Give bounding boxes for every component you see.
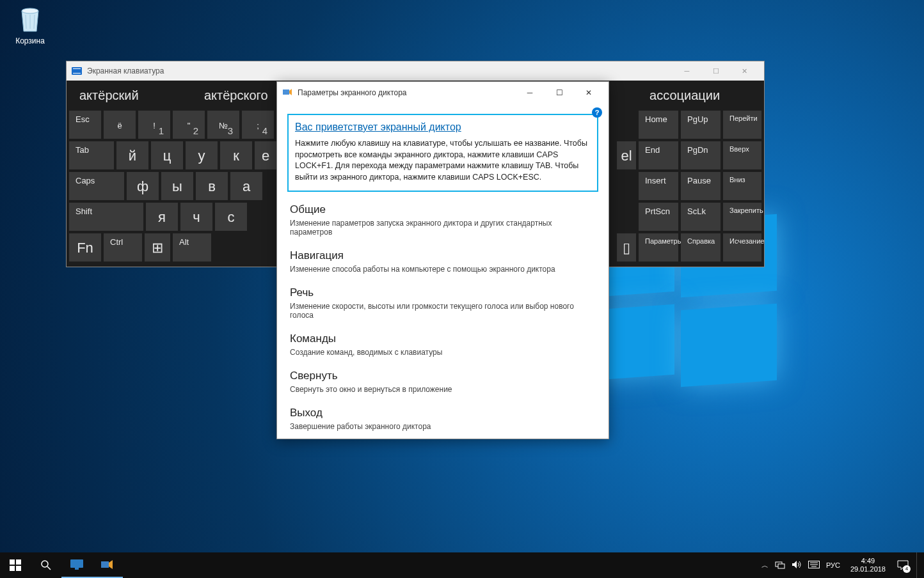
svg-rect-9: [75, 568, 79, 570]
narrator-option-5[interactable]: ВыходЗавершение работы экранного диктора: [290, 407, 596, 431]
key-pgup[interactable]: PgUp: [681, 111, 721, 139]
narrator-welcome-box: Вас приветствует экранный диктор Нажмите…: [287, 114, 598, 192]
key-закрепить[interactable]: Закрепить: [723, 203, 761, 231]
taskbar-clock[interactable]: 4:49 29.01.2018: [847, 557, 889, 574]
svg-rect-2: [10, 559, 15, 565]
key-вниз[interactable]: Вниз: [723, 172, 761, 200]
key-а[interactable]: а: [230, 172, 262, 200]
key-вверх[interactable]: Вверх: [723, 141, 761, 169]
clock-time: 4:49: [850, 557, 886, 565]
key-с[interactable]: с: [215, 203, 247, 231]
key-й[interactable]: й: [116, 141, 148, 169]
recycle-bin[interactable]: Корзина: [8, 3, 52, 45]
narrator-option-3[interactable]: КомандыСоздание команд, вводимых с клави…: [290, 332, 596, 357]
suggestion-item[interactable]: актёрский: [69, 83, 191, 108]
key-в[interactable]: в: [196, 172, 228, 200]
key-![interactable]: !1: [138, 111, 170, 139]
close-button[interactable]: ✕: [574, 82, 603, 104]
narrator-titlebar[interactable]: Параметры экранного диктора ─ ☐ ✕: [277, 82, 609, 104]
narrator-intro-text: Нажмите любую клавишу на клавиатуре, что…: [295, 138, 591, 183]
key-end[interactable]: End: [639, 141, 678, 169]
osk-title: Экранная клавиатура: [87, 66, 164, 75]
minimize-button[interactable]: ─: [515, 82, 545, 104]
taskbar-app-osk[interactable]: [61, 552, 92, 578]
narrator-option-title: Речь: [290, 286, 596, 299]
maximize-button[interactable]: ☐: [545, 82, 574, 104]
key-pgdn[interactable]: PgDn: [681, 141, 721, 169]
narrator-option-0[interactable]: ОбщиеИзменение параметров запуска экранн…: [290, 203, 596, 237]
narrator-option-desc: Изменение скорости, высоты или громкости…: [290, 302, 596, 320]
key-ч[interactable]: ч: [180, 203, 212, 231]
svg-rect-4: [10, 566, 15, 571]
narrator-title: Параметры экранного диктора: [298, 88, 407, 97]
narrator-welcome-heading: Вас приветствует экранный диктор: [295, 121, 591, 133]
clock-date: 29.01.2018: [850, 565, 886, 574]
close-button[interactable]: ✕: [730, 61, 759, 81]
suggestion-item[interactable]: ассоциации: [639, 83, 761, 108]
key-⊞[interactable]: ⊞: [145, 233, 170, 262]
narrator-option-title: Общие: [290, 203, 596, 216]
action-center-icon[interactable]: 4: [896, 558, 910, 572]
narrator-window: Параметры экранного диктора ─ ☐ ✕ ? Вас …: [276, 81, 609, 439]
key-tab[interactable]: Tab: [69, 141, 114, 169]
keyboard-icon: [72, 67, 82, 75]
narrator-option-title: Выход: [290, 407, 596, 419]
key-fn[interactable]: Fn: [69, 233, 101, 262]
key-el[interactable]: el: [617, 141, 636, 169]
key-home[interactable]: Home: [639, 111, 678, 139]
key-prtscn[interactable]: PrtScn: [639, 203, 678, 231]
display-icon: [68, 556, 86, 574]
svg-point-0: [22, 8, 38, 13]
key-ы[interactable]: ы: [161, 172, 193, 200]
key-insert[interactable]: Insert: [639, 172, 678, 200]
key-alt[interactable]: Alt: [173, 233, 211, 262]
svg-rect-5: [16, 566, 21, 571]
narrator-option-title: Свернуть: [290, 370, 596, 382]
narrator-taskbar-icon: [99, 556, 116, 574]
narrator-option-title: Навигация: [290, 249, 596, 262]
key-;[interactable]: ;4: [242, 111, 274, 139]
key-ф[interactable]: ф: [127, 172, 159, 200]
svg-rect-8: [70, 559, 83, 568]
key-я[interactable]: я: [146, 203, 178, 231]
taskbar: ︿ РУС 4:49 29.01.2018 4: [0, 552, 924, 578]
taskbar-app-narrator[interactable]: [92, 552, 123, 578]
narrator-option-desc: Завершение работы экранного диктора: [290, 422, 596, 431]
narrator-option-desc: Создание команд, вводимых с клавиатуры: [290, 348, 596, 357]
key-pause[interactable]: Pause: [681, 172, 721, 200]
tray-chevron-up-icon[interactable]: ︿: [761, 561, 769, 570]
search-button[interactable]: [31, 552, 61, 578]
key-исчезание[interactable]: Исчезание: [723, 233, 761, 262]
key-shift[interactable]: Shift: [69, 203, 143, 231]
osk-titlebar[interactable]: Экранная клавиатура ─ ☐ ✕: [67, 61, 764, 81]
key-к[interactable]: к: [220, 141, 252, 169]
key-№[interactable]: №3: [207, 111, 239, 139]
key-"[interactable]: "2: [173, 111, 205, 139]
help-icon[interactable]: ?: [592, 107, 602, 118]
language-indicator[interactable]: РУС: [826, 561, 840, 569]
key-у[interactable]: у: [186, 141, 218, 169]
key-sclk[interactable]: ScLk: [681, 203, 721, 231]
svg-point-6: [42, 561, 48, 567]
key-ц[interactable]: ц: [151, 141, 183, 169]
narrator-option-2[interactable]: РечьИзменение скорости, высоты или громк…: [290, 286, 596, 320]
key-ctrl[interactable]: Ctrl: [104, 233, 142, 262]
narrator-option-4[interactable]: СвернутьСвернуть это окно и вернуться в …: [290, 370, 596, 394]
show-desktop-button[interactable]: [916, 552, 920, 578]
key-параметры[interactable]: Параметры: [639, 233, 678, 262]
input-keyboard-icon[interactable]: [808, 561, 820, 570]
key-перейти[interactable]: Перейти: [723, 111, 761, 139]
key-справка[interactable]: Справка: [681, 233, 721, 262]
key-esc[interactable]: Esc: [69, 111, 101, 139]
minimize-button[interactable]: ─: [673, 61, 701, 81]
narrator-option-1[interactable]: НавигацияИзменение способа работы на ком…: [290, 249, 596, 274]
start-button[interactable]: [0, 552, 31, 578]
key-ё[interactable]: ё: [104, 111, 136, 139]
volume-icon[interactable]: [792, 560, 802, 570]
maximize-button[interactable]: ☐: [701, 61, 730, 81]
key-▯[interactable]: ▯: [617, 233, 636, 262]
narrator-option-desc: Изменение параметров запуска экранного д…: [290, 219, 596, 237]
key-е[interactable]: е: [255, 141, 276, 169]
key-caps[interactable]: Caps: [69, 172, 124, 200]
network-icon[interactable]: [775, 560, 785, 570]
